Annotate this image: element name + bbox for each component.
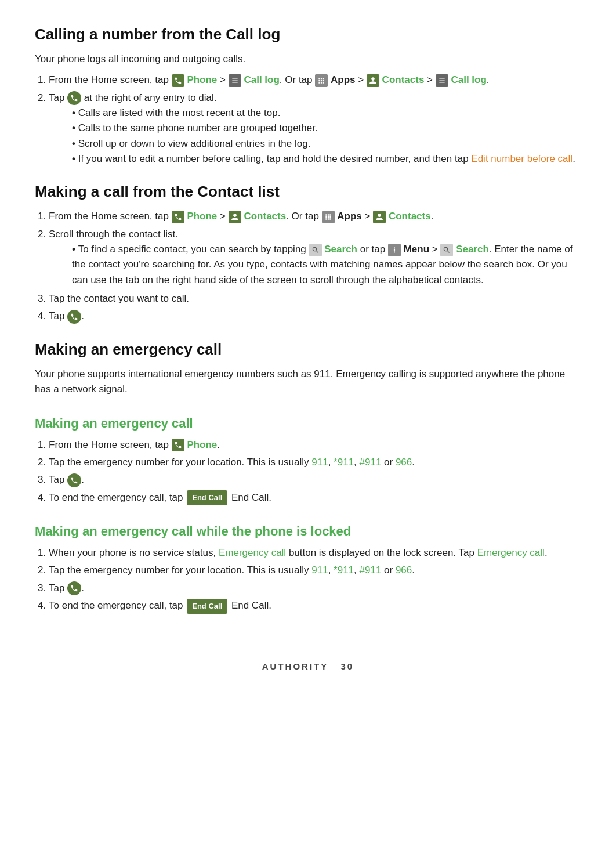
- emergency-call-link-2: Emergency call: [477, 547, 545, 558]
- menu-label: Menu: [404, 244, 429, 255]
- emergency-locked-steps: When your phone is no service status, Em…: [49, 545, 581, 614]
- phone-icon: [172, 74, 184, 87]
- contact-step-4: Tap .: [49, 309, 581, 324]
- footer: AUTHORITY 30: [35, 660, 581, 674]
- end-call-button-2[interactable]: End Call: [187, 599, 227, 614]
- section-emergency-heading: Making an emergency call Your phone supp…: [35, 338, 581, 397]
- apps-icon-2: [322, 211, 335, 223]
- section-call-log: Calling a number from the Call log Your …: [35, 23, 581, 167]
- num-966-2: 966: [396, 565, 412, 576]
- phone-label-3: Phone: [187, 439, 217, 450]
- contact-step-3: Tap the contact you want to call.: [49, 291, 581, 306]
- phone-icon-2: [172, 211, 184, 223]
- contact-step-1: From the Home screen, tap Phone > Contac…: [49, 209, 581, 224]
- num-hash911: #911: [360, 457, 382, 468]
- phone-label-1: Phone: [187, 74, 217, 85]
- search-label-1: Search: [324, 244, 357, 255]
- contacts-icon-3: [373, 211, 386, 223]
- search-label-2: Search: [456, 244, 489, 255]
- call-log-bullets: Calls are listed with the most recent at…: [72, 106, 581, 167]
- num-star911-2: *911: [334, 565, 354, 576]
- call-log-icon-1: [229, 74, 241, 87]
- end-call-button[interactable]: End Call: [187, 490, 227, 505]
- emergency-call-link-1: Emergency call: [219, 547, 286, 558]
- search-icon-1: [309, 244, 322, 256]
- emergency-call-intro: Your phone supports international emerge…: [35, 367, 581, 397]
- dial-icon: [67, 91, 81, 105]
- contacts-icon-1: [367, 74, 379, 87]
- emergency-locked-subtitle: Making an emergency call while the phone…: [35, 522, 581, 541]
- bullet-2: Calls to the same phone number are group…: [72, 121, 581, 136]
- contact-step-2: Scroll through the contact list. To find…: [49, 227, 581, 288]
- contact-bullets: To find a specific contact, you can sear…: [72, 242, 581, 288]
- contacts-label-1: Contacts: [382, 74, 425, 85]
- footer-page-number: 30: [341, 661, 354, 671]
- apps-label-1: Apps: [331, 74, 356, 85]
- call-log-steps: From the Home screen, tap Phone > Call l…: [49, 73, 581, 167]
- section-contact-list-title: Making a call from the Contact list: [35, 180, 581, 203]
- contacts-icon-2: [229, 211, 241, 223]
- num-star911: *911: [334, 457, 354, 468]
- section-call-log-title: Calling a number from the Call log: [35, 23, 581, 46]
- num-911: 911: [311, 457, 328, 468]
- phone-label-2: Phone: [187, 211, 217, 222]
- bullet-4: If you want to edit a number before call…: [72, 151, 581, 167]
- emergency-call-main-title: Making an emergency call: [35, 338, 581, 361]
- contact-bullet-1: To find a specific contact, you can sear…: [72, 242, 581, 288]
- section-emergency-locked: Making an emergency call while the phone…: [35, 522, 581, 614]
- emergency-locked-step-4: To end the emergency call, tap End Call …: [49, 598, 581, 614]
- apps-label-2: Apps: [337, 211, 362, 222]
- emergency-step-2: Tap the emergency number for your locati…: [49, 455, 581, 470]
- emergency-locked-step-2: Tap the emergency number for your locati…: [49, 563, 581, 578]
- emergency-call-subtitle: Making an emergency call: [35, 414, 581, 433]
- call-log-step-1: From the Home screen, tap Phone > Call l…: [49, 73, 581, 88]
- section-contact-list: Making a call from the Contact list From…: [35, 180, 581, 324]
- bullet-3: Scroll up or down to view additional ent…: [72, 136, 581, 151]
- call-icon-small-3: [67, 581, 81, 595]
- contacts-label-2: Contacts: [244, 211, 286, 222]
- search-icon-2: [440, 244, 453, 256]
- emergency-step-1: From the Home screen, tap Phone.: [49, 437, 581, 453]
- bullet-1: Calls are listed with the most recent at…: [72, 106, 581, 121]
- call-log-label-2: Call log: [451, 74, 486, 85]
- call-log-step-2: Tap at the right of any entry to dial. C…: [49, 91, 581, 167]
- apps-icon-1: [315, 74, 328, 87]
- call-log-label-1: Call log: [244, 74, 279, 85]
- end-call-label-2: End Call: [231, 600, 269, 611]
- emergency-step-4: To end the emergency call, tap End Call …: [49, 490, 581, 506]
- call-icon-small-2: [67, 473, 81, 487]
- emergency-steps: From the Home screen, tap Phone. Tap the…: [49, 437, 581, 506]
- emergency-locked-step-3: Tap .: [49, 581, 581, 596]
- num-hash911-2: #911: [360, 565, 382, 576]
- num-911-2: 911: [311, 565, 328, 576]
- contacts-label-3: Contacts: [389, 211, 431, 222]
- section-call-log-intro: Your phone logs all incoming and outgoin…: [35, 52, 581, 67]
- edit-number-link: Edit number before call: [471, 153, 572, 164]
- contact-list-steps: From the Home screen, tap Phone > Contac…: [49, 209, 581, 324]
- menu-icon-1: [388, 244, 401, 256]
- call-icon-small: [67, 310, 81, 324]
- section-emergency-call: Making an emergency call From the Home s…: [35, 414, 581, 506]
- emergency-locked-step-1: When your phone is no service status, Em…: [49, 545, 581, 560]
- phone-icon-3: [172, 439, 184, 451]
- num-966: 966: [396, 457, 412, 468]
- call-log-icon-2: [436, 74, 448, 87]
- footer-brand: AUTHORITY: [262, 661, 328, 671]
- end-call-label: End Call: [231, 492, 269, 503]
- emergency-step-3: Tap .: [49, 472, 581, 487]
